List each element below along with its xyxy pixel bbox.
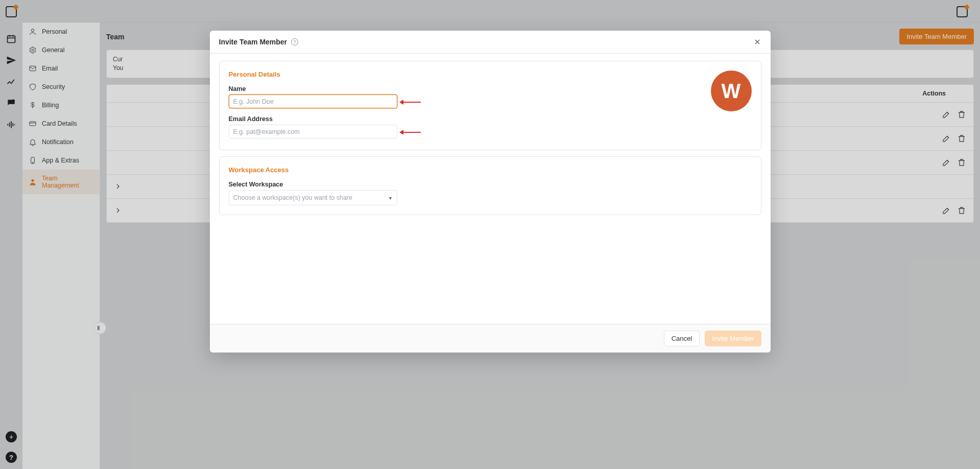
help-icon[interactable]: ? — [291, 38, 298, 45]
close-icon[interactable] — [753, 38, 761, 46]
app-logo-corner — [957, 6, 968, 17]
sidebar-item-label: Notification — [42, 138, 74, 146]
email-input[interactable] — [229, 125, 397, 138]
workspace-select[interactable]: Choose a workspace(s) you want to share … — [229, 190, 397, 205]
svg-point-16 — [32, 162, 33, 162]
dollar-icon — [29, 101, 37, 109]
gear-icon — [29, 46, 37, 54]
sidebar-item-card-details[interactable]: Card Details — [22, 114, 100, 133]
caret-down-icon: ▾ — [389, 195, 392, 201]
topbar — [22, 0, 980, 22]
svg-point-4 — [12, 100, 15, 102]
column-header-actions: Actions — [922, 90, 966, 97]
name-input[interactable] — [229, 95, 397, 108]
annotation-arrow — [403, 102, 421, 103]
help-button[interactable]: ? — [6, 452, 17, 463]
sidebar-item-label: Team Management — [42, 175, 93, 189]
phone-icon — [29, 156, 37, 165]
mail-icon — [29, 64, 37, 73]
personal-details-card: Personal Details Name Email Address W — [219, 61, 761, 150]
select-placeholder: Choose a workspace(s) you want to share — [233, 194, 352, 201]
sidebar-item-general[interactable]: General — [22, 41, 100, 59]
trash-icon[interactable] — [957, 110, 966, 119]
workspace-select-label: Select Workspace — [229, 181, 752, 188]
person-icon — [29, 178, 37, 186]
modal-footer: Cancel Invite Member — [210, 324, 771, 353]
chat-icon[interactable] — [6, 98, 16, 108]
svg-rect-12 — [30, 66, 36, 71]
sidebar-item-label: App & Extras — [42, 157, 79, 164]
avatar-initial: W — [722, 80, 741, 103]
invite-team-member-button[interactable]: Invite Team Member — [899, 29, 974, 44]
user-icon — [29, 28, 37, 36]
workspace-access-card: Workspace Access Select Workspace Choose… — [219, 156, 761, 215]
sidebar-item-email[interactable]: Email — [22, 59, 100, 78]
icon-rail: + ? — [0, 0, 22, 469]
bell-icon — [29, 138, 37, 146]
email-field-label: Email Address — [229, 115, 752, 123]
settings-sidebar: Personal General Email Security Billing … — [22, 22, 100, 469]
send-icon[interactable] — [6, 55, 16, 65]
sidebar-item-notification[interactable]: Notification — [22, 133, 100, 151]
avatar: W — [711, 71, 752, 111]
chevron-right-icon[interactable] — [114, 206, 122, 215]
svg-point-10 — [31, 29, 34, 32]
section-heading-personal: Personal Details — [229, 71, 752, 78]
page-title: Team — [106, 33, 125, 41]
edit-icon[interactable] — [942, 206, 951, 215]
sidebar-item-label: Personal — [42, 28, 67, 35]
sidebar-item-label: Security — [42, 83, 65, 90]
sidebar-item-app-extras[interactable]: App & Extras — [22, 151, 100, 170]
invite-member-button[interactable]: Invite Member — [705, 331, 761, 346]
chart-icon[interactable] — [6, 77, 16, 87]
modal-body: Personal Details Name Email Address W Wo… — [210, 54, 771, 324]
invite-team-member-modal: Invite Team Member ? Personal Details Na… — [210, 31, 771, 353]
sidebar-item-team-management[interactable]: Team Management — [22, 170, 100, 194]
sidebar-item-security[interactable]: Security — [22, 78, 100, 96]
trash-icon[interactable] — [957, 206, 966, 215]
audio-icon[interactable] — [6, 120, 16, 130]
edit-icon[interactable] — [942, 110, 951, 119]
trash-icon[interactable] — [957, 158, 966, 167]
sidebar-item-label: Billing — [42, 102, 59, 109]
svg-rect-0 — [8, 36, 15, 42]
sidebar-item-label: Email — [42, 65, 58, 72]
svg-point-11 — [32, 49, 34, 51]
sidebar-item-label: Card Details — [42, 120, 77, 127]
section-heading-workspace: Workspace Access — [229, 166, 752, 174]
annotation-arrow — [403, 132, 421, 133]
svg-point-17 — [31, 179, 34, 182]
card-icon — [29, 120, 37, 128]
trash-icon[interactable] — [957, 134, 966, 143]
shield-icon — [29, 83, 37, 91]
sidebar-item-label: General — [42, 46, 64, 54]
modal-header: Invite Team Member ? — [210, 31, 771, 54]
cancel-button[interactable]: Cancel — [664, 331, 700, 346]
name-field-label: Name — [229, 85, 752, 92]
sidebar-item-billing[interactable]: Billing — [22, 96, 100, 114]
logo-icon[interactable] — [6, 6, 17, 17]
svg-rect-13 — [30, 122, 36, 126]
modal-title: Invite Team Member — [219, 38, 288, 46]
add-button[interactable]: + — [6, 431, 17, 442]
edit-icon[interactable] — [942, 158, 951, 167]
sidebar-item-personal[interactable]: Personal — [22, 22, 100, 41]
calendar-icon[interactable] — [6, 34, 16, 44]
edit-icon[interactable] — [942, 134, 951, 143]
chevron-right-icon[interactable] — [114, 182, 122, 191]
